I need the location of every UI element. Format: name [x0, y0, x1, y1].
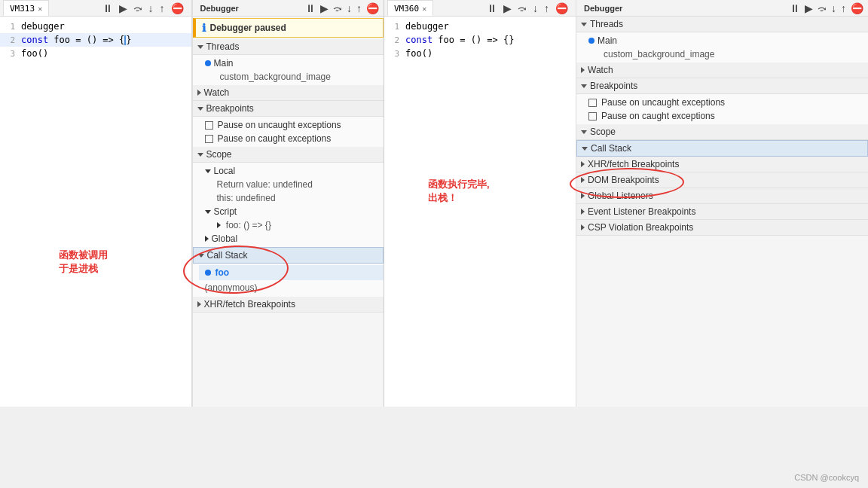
cs-foo-item[interactable]: foo [199, 265, 384, 280]
local-item: Local [199, 164, 384, 178]
global-listeners-triangle [581, 193, 585, 199]
watch-label: Watch [204, 87, 230, 98]
tab-vm360-close[interactable]: ✕ [422, 5, 426, 13]
threads-content-right: Main custom_background_image [576, 32, 868, 63]
threads-triangle-right [581, 23, 587, 26]
watch-section-header-right[interactable]: Watch [576, 63, 868, 78]
call-stack-section-header-left[interactable]: Call Stack [193, 247, 384, 264]
xhr-section-header-right[interactable]: XHR/fetch Breakpoints [576, 157, 868, 172]
breakpoints-section-header[interactable]: Breakpoints [193, 101, 384, 117]
global-label: Global [212, 233, 238, 244]
event-listener-header[interactable]: Event Listener Breakpoints [576, 204, 868, 220]
xhr-triangle-left [197, 301, 201, 307]
main-label: Main [214, 58, 234, 69]
tab-vm313[interactable]: VM313 ✕ [3, 0, 49, 16]
debugger-paused-label: Debugger paused [210, 23, 286, 33]
breakpoints-section-header-right[interactable]: Breakpoints [576, 78, 868, 94]
right-debug-pause-btn[interactable]: ⏸ [788, 2, 802, 14]
toolbar-deactivate-btn[interactable]: ⛔ [170, 2, 185, 14]
tab-vm360-label: VM360 [394, 4, 419, 14]
watch-section-header[interactable]: Watch [193, 85, 384, 101]
right-debug-step-out-btn[interactable]: ↑ [839, 2, 848, 14]
pause-caught-checkbox[interactable] [205, 135, 213, 143]
pause-caught-item: Pause on caught exceptions [199, 132, 384, 145]
watch-triangle [197, 90, 201, 96]
cs-anon-item: (anonymous) [199, 280, 384, 295]
xhr-label-right: XHR/fetch Breakpoints [588, 159, 679, 169]
dom-section-header-right[interactable]: DOM Breakpoints [576, 172, 868, 188]
right-debug-step-over-btn[interactable]: ⤼ [816, 2, 828, 14]
breakpoints-content: Pause on uncaught exceptions Pause on ca… [193, 117, 384, 147]
breakpoints-label: Breakpoints [206, 103, 254, 114]
toolbar-step-into-btn[interactable]: ↓ [147, 2, 155, 14]
right-pause-btn[interactable]: ⏸ [485, 2, 499, 14]
dom-triangle-right [581, 177, 585, 183]
right-resume-btn[interactable]: ▶ [502, 2, 513, 14]
toolbar-step-over-btn[interactable]: ⤼ [132, 2, 144, 14]
thread-main-sub-right: custom_background_image [582, 47, 868, 61]
threads-label-right: Threads [590, 19, 623, 29]
scope-content: Local Return value: undefined this: unde… [193, 163, 384, 247]
line-content-r1: debugger [405, 21, 449, 32]
tab-vm360[interactable]: VM360 ✕ [387, 0, 433, 16]
debug-step-over-btn[interactable]: ⤼ [332, 2, 344, 14]
threads-section-header-right[interactable]: Threads [576, 17, 868, 32]
pause-uncaught-label-right: Pause on uncaught exceptions [601, 97, 725, 108]
toolbar-resume-btn[interactable]: ▶ [118, 2, 129, 14]
pause-caught-label: Pause on caught exceptions [218, 133, 332, 144]
breakpoints-content-right: Pause on uncaught exceptions Pause on ca… [576, 94, 868, 124]
line-content-2: const foo = () => {} [21, 35, 132, 45]
code-lines-right: 1 debugger 2 const foo = () => {} 3 foo(… [384, 17, 576, 63]
debug-step-into-btn[interactable]: ↓ [345, 2, 353, 14]
toolbar-pause-btn[interactable]: ⏸ [101, 2, 115, 14]
main-dot-right [588, 38, 594, 44]
pause-uncaught-cb-right[interactable] [588, 99, 597, 107]
call-stack-triangle-right [582, 147, 588, 151]
code-lines-left: 1 debugger 2 const foo = () => {} 3 foo(… [0, 17, 191, 63]
right-deactivate-btn[interactable]: ⛔ [554, 2, 570, 14]
this-value: this: undefined [199, 191, 384, 205]
debug-resume-btn[interactable]: ▶ [319, 2, 330, 14]
tab-vm313-close[interactable]: ✕ [38, 5, 42, 13]
call-stack-section-header-right[interactable]: Call Stack [576, 140, 868, 157]
dom-label-right: DOM Breakpoints [588, 175, 659, 185]
threads-triangle [197, 45, 203, 49]
threads-section-header[interactable]: Threads [193, 39, 384, 55]
code-line-2-left: 2 const foo = () => {} [0, 33, 191, 47]
right-step-out-btn[interactable]: ↑ [542, 2, 551, 14]
scope-section-header[interactable]: Scope [193, 147, 384, 163]
scope-triangle [197, 153, 203, 157]
code-line-2-right: 2 const foo = () => {} [384, 33, 576, 47]
xhr-triangle-right [581, 161, 585, 167]
debug-pause-btn[interactable]: ⏸ [304, 2, 317, 14]
right-step-into-btn[interactable]: ↓ [531, 2, 539, 14]
debug-deactivate-btn[interactable]: ⛔ [365, 2, 381, 14]
editor-tab-left: VM313 ✕ ⏸ ▶ ⤼ ↓ ↑ ⛔ [0, 0, 191, 17]
breakpoints-triangle [197, 107, 203, 111]
cs-foo-label: foo [215, 267, 230, 278]
call-stack-content-left: foo (anonymous) [193, 264, 384, 297]
scope-label: Scope [206, 149, 232, 160]
scope-section-header-right[interactable]: Scope [576, 124, 868, 140]
pause-caught-cb-right[interactable] [588, 112, 597, 120]
event-listener-label: Event Listener Breakpoints [588, 206, 695, 217]
main-label-right: Main [598, 35, 617, 46]
pause-uncaught-checkbox[interactable] [205, 121, 213, 130]
debug-toolbar-left: ⏸ ▶ ⤼ ↓ ↑ ⛔ [304, 2, 381, 14]
csp-section-header[interactable]: CSP Violation Breakpoints [576, 220, 868, 236]
script-item: Script [199, 205, 384, 218]
right-step-over-btn[interactable]: ⤼ [516, 2, 528, 14]
line-num-r1: 1 [387, 22, 399, 32]
csp-label: CSP Violation Breakpoints [588, 222, 693, 233]
right-debug-step-into-btn[interactable]: ↓ [830, 2, 838, 14]
xhr-section-header-left[interactable]: XHR/fetch Breakpoints [193, 297, 384, 313]
global-listeners-label: Global Listeners [588, 191, 653, 201]
toolbar-step-out-btn[interactable]: ↑ [158, 2, 167, 14]
debug-tab-label: Debugger [196, 2, 243, 14]
line-num-r3: 3 [387, 49, 399, 59]
global-listeners-header[interactable]: Global Listeners [576, 188, 868, 204]
right-debug-resume-btn[interactable]: ▶ [803, 2, 815, 14]
right-debug-deactivate-btn[interactable]: ⛔ [849, 2, 865, 14]
debug-step-out-btn[interactable]: ↑ [355, 2, 363, 14]
foo-script-label: foo: () => {} [226, 220, 271, 230]
